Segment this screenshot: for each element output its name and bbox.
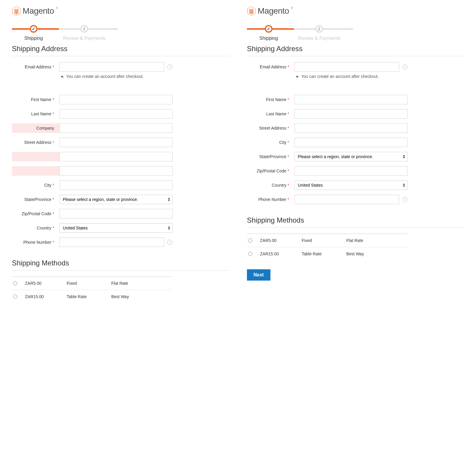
field-company: Company — [12, 123, 173, 133]
field-country: Country* United States — [12, 223, 173, 233]
shipping-methods-title: Shipping Methods — [12, 259, 229, 270]
brand-logo: Magento ® — [247, 6, 464, 16]
zip-field[interactable] — [295, 166, 408, 176]
shipping-method-radio[interactable] — [248, 252, 252, 256]
field-zip: Zip/Postal Code* — [247, 166, 408, 176]
field-zip: Zip/Postal Code* — [12, 209, 173, 218]
city-field[interactable] — [295, 138, 408, 147]
help-icon[interactable]: ? — [167, 240, 173, 245]
checkout-progress: ✓ Shipping 2 Review & Payments — [247, 25, 464, 33]
help-icon[interactable]: ? — [402, 64, 408, 70]
right-variant: Magento ® ✓ Shipping 2 Review & Payments… — [247, 6, 464, 303]
magento-icon — [12, 6, 21, 16]
field-last-name: Last Name* — [12, 109, 173, 119]
shipping-methods-title: Shipping Methods — [247, 216, 464, 228]
svg-rect-7 — [253, 9, 253, 14]
field-first-name: First Name* — [12, 95, 173, 104]
check-icon: ✓ — [265, 25, 273, 33]
step-shipping[interactable]: ✓ Shipping — [265, 25, 273, 33]
last-name-field[interactable] — [60, 109, 173, 119]
field-phone: Phone Number* ? — [12, 237, 173, 247]
zip-field[interactable] — [60, 209, 173, 218]
check-icon: ✓ — [30, 25, 37, 33]
svg-rect-2 — [16, 10, 17, 14]
email-field[interactable] — [60, 62, 164, 72]
step-review[interactable]: 2 Review & Payments — [315, 25, 323, 33]
step-shipping[interactable]: ✓ Shipping — [30, 25, 37, 33]
svg-rect-6 — [251, 10, 252, 14]
step-shipping-label: Shipping — [24, 36, 43, 41]
svg-rect-1 — [15, 9, 15, 14]
shipping-method-row[interactable]: ZAR5.00 Fixed Flat Rate — [247, 234, 408, 247]
city-field[interactable] — [60, 180, 173, 190]
checkout-progress: ✓ Shipping 2 Review & Payments — [12, 25, 229, 33]
caret-up-icon — [296, 75, 299, 77]
step-review[interactable]: 2 Review & Payments — [80, 25, 88, 33]
first-name-field[interactable] — [60, 95, 173, 104]
step-2-number: 2 — [80, 25, 88, 33]
field-last-name: Last Name* — [247, 109, 408, 119]
state-select[interactable]: Please select a region, state or provinc… — [60, 195, 173, 204]
shipping-method-row[interactable]: ZAR5.00 Fixed Flat Rate — [12, 276, 173, 290]
last-name-field[interactable] — [295, 109, 408, 119]
street-field-2[interactable] — [60, 152, 173, 161]
phone-field[interactable] — [60, 237, 164, 247]
left-variant: Magento ® ✓ Shipping 2 Review & Payments… — [12, 6, 229, 303]
phone-field[interactable] — [295, 195, 399, 204]
trademark: ® — [56, 7, 58, 10]
account-note[interactable]: You can create an account after checkout… — [60, 74, 173, 79]
svg-rect-3 — [18, 9, 18, 14]
account-note[interactable]: You can create an account after checkout… — [295, 74, 408, 79]
company-field[interactable] — [60, 123, 173, 133]
field-city: City* — [247, 138, 408, 147]
street-field-1[interactable] — [295, 123, 408, 133]
step-shipping-label: Shipping — [259, 36, 278, 41]
state-select[interactable]: Please select a region, state or provinc… — [295, 152, 408, 161]
field-street-1: Street Address* — [12, 138, 173, 147]
step-2-number: 2 — [315, 25, 323, 33]
field-country: Country* United States — [247, 180, 408, 190]
field-state: State/Province* Please select a region, … — [12, 195, 173, 204]
field-street-2 — [12, 152, 173, 161]
help-icon[interactable]: ? — [167, 64, 173, 70]
brand-name: Magento — [23, 6, 54, 16]
magento-icon — [247, 6, 256, 16]
field-street-1: Street Address* — [247, 123, 408, 133]
field-state: State/Province* Please select a region, … — [247, 152, 408, 161]
step-review-label: Review & Payments — [63, 36, 105, 41]
shipping-methods-left: ZAR5.00 Fixed Flat Rate ZAR15.00 Table R… — [12, 276, 173, 303]
trademark: ® — [291, 7, 293, 10]
field-email: Email Address* ? — [247, 62, 408, 72]
field-city: City* — [12, 180, 173, 190]
first-name-field[interactable] — [295, 95, 408, 104]
field-first-name: First Name* — [247, 95, 408, 104]
brand-name: Magento — [258, 6, 289, 16]
shipping-method-radio[interactable] — [13, 295, 17, 299]
email-field[interactable] — [295, 62, 399, 72]
next-button[interactable]: Next — [247, 269, 270, 281]
svg-rect-5 — [250, 9, 250, 14]
field-email: Email Address* ? — [12, 62, 173, 72]
field-street-3 — [12, 166, 173, 176]
shipping-method-radio[interactable] — [248, 238, 252, 243]
street-field-1[interactable] — [60, 138, 173, 147]
shipping-method-radio[interactable] — [13, 281, 17, 285]
country-select[interactable]: United States — [60, 223, 173, 233]
shipping-methods-right: ZAR5.00 Fixed Flat Rate ZAR15.00 Table R… — [247, 234, 408, 260]
shipping-address-title: Shipping Address — [12, 45, 229, 56]
field-phone: Phone Number* ? — [247, 195, 408, 204]
country-select[interactable]: United States — [295, 180, 408, 190]
shipping-method-row[interactable]: ZAR15.00 Table Rate Best Way — [247, 247, 408, 260]
caret-up-icon — [61, 75, 64, 77]
street-field-3[interactable] — [60, 166, 173, 176]
shipping-address-title: Shipping Address — [247, 45, 464, 56]
step-review-label: Review & Payments — [298, 36, 340, 41]
shipping-method-row[interactable]: ZAR15.00 Table Rate Best Way — [12, 290, 173, 303]
help-icon[interactable]: ? — [402, 197, 408, 202]
brand-logo: Magento ® — [12, 6, 229, 16]
